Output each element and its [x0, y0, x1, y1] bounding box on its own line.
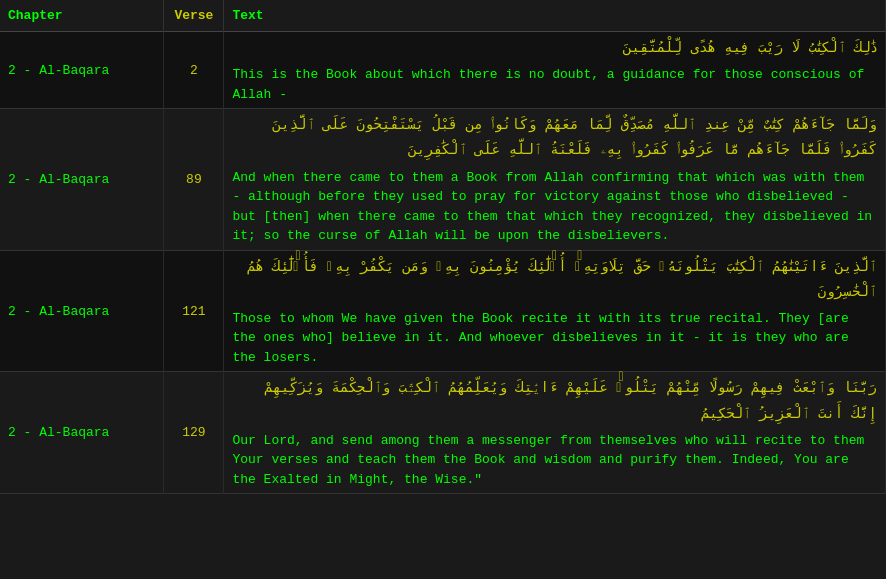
arabic-text: وَلَمَّا جَآءَهُمْ كِتَٰبٌ مِّنْ عِندِ ٱ…	[232, 113, 877, 163]
chapter-cell: 2 - Al-Baqara	[0, 250, 164, 372]
text-header: Text	[224, 0, 886, 32]
table-row: 2 - Al-Baqara89وَلَمَّا جَآءَهُمْ كِتَٰب…	[0, 109, 886, 250]
text-cell: ذَٰلِكَ ٱلْكِتَٰبُ لَا رَيْبَ فِيهِ هُدً…	[224, 32, 886, 109]
arabic-text: ذَٰلِكَ ٱلْكِتَٰبُ لَا رَيْبَ فِيهِ هُدً…	[232, 36, 877, 61]
arabic-text: رَبَّنَا وَٱبْعَثْ فِيهِمْ رَسُولًا مِّن…	[232, 376, 877, 426]
chapter-cell: 2 - Al-Baqara	[0, 32, 164, 109]
text-cell: رَبَّنَا وَٱبْعَثْ فِيهِمْ رَسُولًا مِّن…	[224, 372, 886, 494]
arabic-text: ٱلَّذِينَ ءَاتَيْنَٰهُمُ ٱلْكِتَٰبَ يَتْ…	[232, 255, 877, 305]
verse-cell: 89	[164, 109, 224, 250]
chapter-cell: 2 - Al-Baqara	[0, 372, 164, 494]
text-cell: ٱلَّذِينَ ءَاتَيْنَٰهُمُ ٱلْكِتَٰبَ يَتْ…	[224, 250, 886, 372]
verse-cell: 129	[164, 372, 224, 494]
table-row: 2 - Al-Baqara2ذَٰلِكَ ٱلْكِتَٰبُ لَا رَي…	[0, 32, 886, 109]
chapter-header: Chapter	[0, 0, 164, 32]
table-row: 2 - Al-Baqara129رَبَّنَا وَٱبْعَثْ فِيهِ…	[0, 372, 886, 494]
verse-cell: 121	[164, 250, 224, 372]
verse-cell: 2	[164, 32, 224, 109]
chapter-cell: 2 - Al-Baqara	[0, 109, 164, 250]
english-text: This is the Book about which there is no…	[232, 65, 877, 104]
verse-header: Verse	[164, 0, 224, 32]
text-cell: وَلَمَّا جَآءَهُمْ كِتَٰبٌ مِّنْ عِندِ ٱ…	[224, 109, 886, 250]
table-row: 2 - Al-Baqara121ٱلَّذِينَ ءَاتَيْنَٰهُمُ…	[0, 250, 886, 372]
english-text: Those to whom We have given the Book rec…	[232, 309, 877, 368]
english-text: And when there came to them a Book from …	[232, 168, 877, 246]
english-text: Our Lord, and send among them a messenge…	[232, 431, 877, 490]
